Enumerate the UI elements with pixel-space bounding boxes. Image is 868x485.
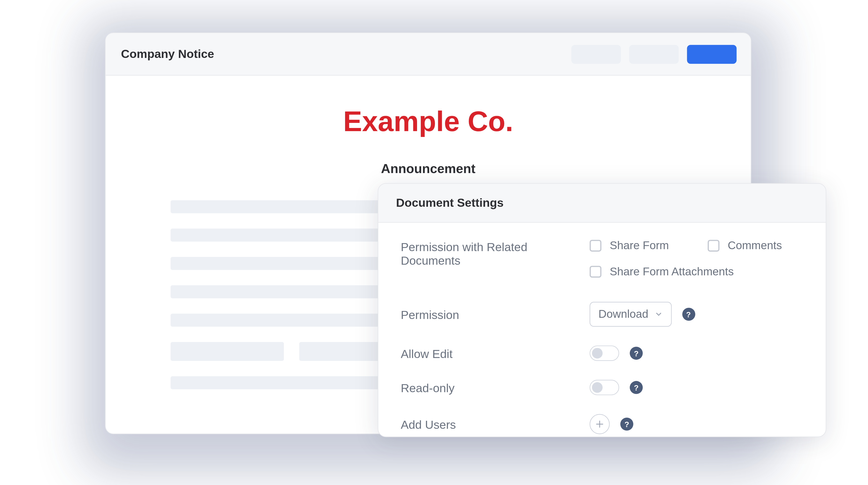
settings-title: Document Settings — [396, 196, 503, 210]
header-button-group — [571, 45, 737, 63]
permission-related-label: Permission with Related Documents — [401, 239, 590, 267]
checkbox-box — [590, 240, 601, 252]
document-settings-panel: Document Settings Permission with Relate… — [378, 183, 826, 437]
permission-select-value: Download — [598, 308, 648, 321]
add-users-row: Add Users ? — [401, 414, 803, 434]
checkbox-box — [590, 266, 601, 278]
read-only-label: Read-only — [401, 380, 590, 395]
add-users-button[interactable] — [590, 414, 610, 434]
checkbox-comments[interactable]: Comments — [708, 239, 782, 252]
plus-icon — [595, 419, 604, 429]
checkbox-label: Share Form — [610, 239, 669, 252]
header-button-1[interactable] — [571, 45, 621, 63]
read-only-row: Read-only ? — [401, 380, 803, 395]
help-icon[interactable]: ? — [630, 347, 643, 360]
allow-edit-toggle[interactable] — [590, 346, 619, 361]
help-icon[interactable]: ? — [682, 308, 695, 321]
company-name: Example Co. — [170, 105, 686, 138]
settings-body: Permission with Related Documents Share … — [378, 223, 826, 434]
checkbox-share-form-attachments[interactable]: Share Form Attachments — [590, 265, 734, 278]
checkbox-share-form[interactable]: Share Form — [590, 239, 708, 252]
permission-row: Permission Download ? — [401, 302, 803, 326]
checkbox-label: Share Form Attachments — [610, 265, 734, 278]
read-only-toggle[interactable] — [590, 380, 619, 395]
help-icon[interactable]: ? — [620, 418, 633, 431]
add-users-label: Add Users — [401, 417, 590, 431]
allow-edit-row: Allow Edit ? — [401, 346, 803, 361]
allow-edit-label: Allow Edit — [401, 346, 590, 361]
document-header: Company Notice — [105, 33, 751, 75]
checkbox-label: Comments — [728, 239, 782, 252]
document-title: Company Notice — [121, 47, 214, 61]
document-subtitle: Announcement — [170, 161, 686, 176]
header-button-primary[interactable] — [687, 45, 737, 63]
checkbox-box — [708, 240, 719, 252]
help-icon[interactable]: ? — [630, 381, 643, 394]
permission-select[interactable]: Download — [590, 302, 672, 326]
placeholder-line — [170, 342, 284, 361]
permission-related-row: Permission with Related Documents Share … — [401, 239, 803, 278]
chevron-down-icon — [654, 310, 662, 318]
settings-header: Document Settings — [378, 184, 826, 223]
permission-label: Permission — [401, 307, 590, 322]
header-button-2[interactable] — [629, 45, 679, 63]
